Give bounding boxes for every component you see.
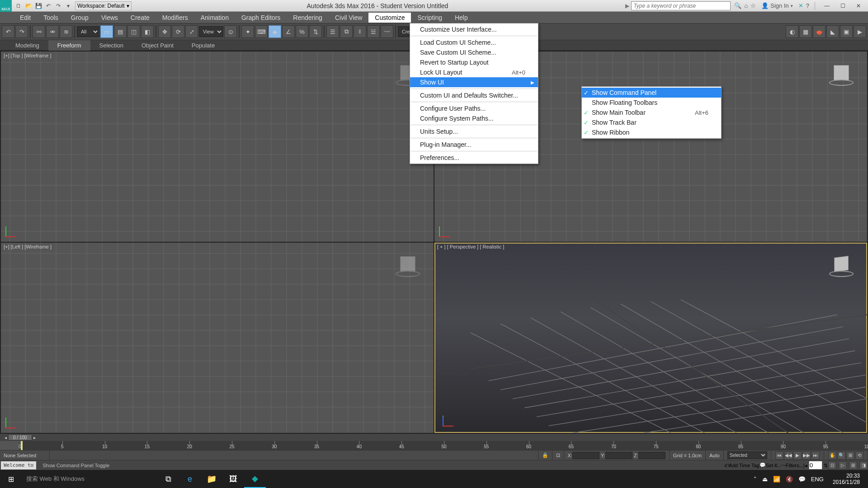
edge-icon[interactable]: e	[179, 470, 201, 488]
wifi-icon[interactable]: 📶	[773, 476, 780, 483]
select-object-button[interactable]: ▭	[100, 25, 113, 38]
add-time-tag-button[interactable]: Add Time Tag	[729, 463, 760, 468]
maxscript-listener[interactable]: Welcome to	[1, 461, 36, 469]
time-slider-thumb[interactable]: 0 / 100	[8, 434, 32, 441]
rendered-frame-button[interactable]: ▦	[799, 25, 812, 38]
material-editor-button[interactable]: 🫖	[813, 25, 826, 38]
viewport-perspective[interactable]: [ + ] [ Perspective ] [ Realistic ]	[434, 243, 867, 433]
submenu-item-show-floating-toolbars[interactable]: Show Floating Toolbars	[582, 98, 721, 108]
viewport-top[interactable]: [+] [Top ] [Wireframe ]	[1, 52, 434, 242]
menu-create[interactable]: Create	[124, 13, 156, 23]
next-frame-button[interactable]: ▸	[32, 435, 38, 440]
time-slider[interactable]: ◂ 0 / 100 ▸	[0, 434, 868, 441]
minimize-button[interactable]: —	[824, 3, 830, 9]
spinner-snap-button[interactable]: ⇅	[309, 25, 322, 38]
viewport-left[interactable]: [+] [Left ] [Wireframe ]	[1, 243, 434, 433]
taskbar-search-input[interactable]: 搜索 Web 和 Windows	[22, 470, 157, 488]
submenu-item-show-main-toolbar[interactable]: ✓Show Main ToolbarAlt+6	[582, 108, 721, 117]
ribbon-tab-object-paint[interactable]: Object Paint	[132, 40, 183, 51]
orbit-button[interactable]: ⟲	[855, 451, 863, 460]
maximize-viewport-button[interactable]: ◨	[859, 461, 868, 469]
prev-frame-btn[interactable]: ◀◀	[784, 451, 793, 460]
qat-save-icon[interactable]: 💾	[34, 2, 42, 10]
menu-animation[interactable]: Animation	[194, 13, 235, 23]
frame-spinner[interactable]: |◂ ⇅	[803, 461, 828, 469]
selection-filter-select[interactable]: All	[77, 26, 99, 37]
scale-button[interactable]: ⤢	[185, 25, 198, 38]
unlink-button[interactable]: ⚮	[46, 25, 59, 38]
menu-item-load-custom-ui-scheme[interactable]: Load Custom UI Scheme...	[410, 38, 538, 47]
photos-icon[interactable]: 🖼	[222, 470, 244, 488]
help-icon[interactable]: ?	[806, 2, 809, 9]
key-tangent-icon[interactable]: 〰	[781, 463, 786, 468]
layers-button[interactable]: ☱	[367, 25, 380, 38]
key-filter-select[interactable]: Selected	[727, 451, 767, 459]
percent-snap-button[interactable]: %	[296, 25, 308, 38]
autokey-label[interactable]: Auto	[706, 450, 724, 460]
menu-scripting[interactable]: Scripting	[411, 13, 448, 23]
tray-up-icon[interactable]: ˄	[754, 476, 757, 483]
prev-frame-button[interactable]: ◂	[3, 435, 8, 440]
favorites-icon[interactable]: ☆	[750, 2, 756, 9]
qat-new-icon[interactable]: 🗋	[14, 2, 23, 10]
pan-button[interactable]: ✋	[828, 451, 836, 460]
menu-item-save-custom-ui-scheme[interactable]: Save Custom UI Scheme...	[410, 47, 538, 57]
exchange-icon[interactable]: ✕	[798, 2, 803, 9]
3dsmax-taskbar-icon[interactable]: ◆	[244, 470, 266, 488]
ribbon-tab-freeform[interactable]: Freeform	[48, 40, 90, 51]
window-crossing-button[interactable]: ◧	[141, 25, 154, 38]
zoom-button[interactable]: 🔍	[837, 451, 845, 460]
safely-remove-icon[interactable]: ⏏	[762, 476, 768, 483]
keyboard-shortcut-button[interactable]: ⌨	[255, 25, 268, 38]
named-selection-button[interactable]: ☰	[326, 25, 339, 38]
menu-tools[interactable]: Tools	[37, 13, 65, 23]
mirror-button[interactable]: ⧉	[340, 25, 353, 38]
menu-group[interactable]: Group	[65, 13, 95, 23]
viewcube[interactable]	[829, 61, 854, 85]
viewcube[interactable]	[396, 252, 420, 276]
render-button[interactable]: ▶	[854, 25, 866, 38]
track-bar[interactable]: 0510152025303540455055606570758085909510…	[0, 441, 868, 450]
close-button[interactable]: ✕	[856, 3, 861, 9]
rotate-button[interactable]: ⟳	[172, 25, 184, 38]
undo-button[interactable]: ↶	[2, 25, 14, 38]
menu-item-customize-user-interface[interactable]: Customize User Interface...	[410, 24, 538, 34]
search-go-icon[interactable]: ▶	[623, 3, 631, 9]
qat-open-icon[interactable]: 📂	[24, 2, 33, 10]
menu-views[interactable]: Views	[95, 13, 124, 23]
menu-item-revert-to-startup-layout[interactable]: Revert to Startup Layout	[410, 57, 538, 67]
link-button[interactable]: ⚯	[33, 25, 45, 38]
coord-x-input[interactable]	[572, 452, 599, 459]
workspace-selector[interactable]: Workspace: Default▾	[75, 1, 132, 10]
menu-modifiers[interactable]: Modifiers	[156, 13, 194, 23]
menu-item-preferences[interactable]: Preferences...	[410, 153, 538, 163]
isolate-icon[interactable]: ⊡	[552, 450, 564, 460]
qat-more-icon[interactable]: ▾	[64, 2, 72, 10]
ribbon-tab-selection[interactable]: Selection	[90, 40, 132, 51]
menu-item-show-ui[interactable]: Show UI▶	[410, 77, 538, 87]
fov-button[interactable]: ▷	[839, 461, 847, 469]
qat-redo-icon[interactable]: ↷	[54, 2, 62, 10]
play-button[interactable]: ▶	[793, 451, 802, 460]
zoom-extents-button[interactable]: ⊞	[846, 451, 854, 460]
subscription-icon[interactable]: ⌂	[744, 2, 748, 9]
app-logo-icon[interactable]: MAX	[0, 0, 12, 12]
ref-coord-select[interactable]: View	[199, 26, 223, 37]
qat-undo-icon[interactable]: ↶	[44, 2, 52, 10]
setkey-button[interactable]: Set K..	[766, 463, 781, 468]
menu-customize[interactable]: Customize	[368, 13, 411, 23]
viewport-label[interactable]: [+] [Top ] [Wireframe ]	[4, 53, 51, 58]
communication-icon[interactable]: 💬	[760, 462, 766, 468]
menu-item-lock-ui-layout[interactable]: Lock UI LayoutAlt+0	[410, 67, 538, 77]
infocenter-search-input[interactable]	[631, 1, 731, 10]
task-view-icon[interactable]: ⧉	[157, 470, 179, 488]
coord-y-input[interactable]	[605, 452, 632, 459]
track-bar-toggle[interactable]	[0, 441, 20, 450]
align-button[interactable]: ⫴	[354, 25, 366, 38]
redo-button[interactable]: ↷	[15, 25, 28, 38]
menu-edit[interactable]: Edit	[14, 13, 37, 23]
bind-spacewarp-button[interactable]: ≋	[60, 25, 72, 38]
signin-button[interactable]: 👤 Sign In ▾	[759, 2, 795, 9]
menu-item-plug-in-manager[interactable]: Plug-in Manager...	[410, 140, 538, 150]
render-setup-button[interactable]: ◐	[786, 25, 798, 38]
